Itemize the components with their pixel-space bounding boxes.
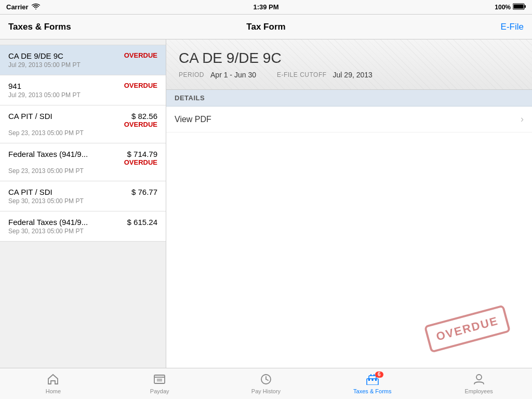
- list-item[interactable]: Federal Taxes (941/9... $ 615.24 Sep 30,…: [0, 211, 166, 242]
- details-label: DETAILS: [175, 94, 205, 102]
- tab-pay-history[interactable]: Pay History: [213, 368, 320, 399]
- overdue-badge: OVERDUE: [124, 51, 157, 59]
- efile-cutoff-item: E-FILE CUTOFF Jul 29, 2013: [277, 71, 373, 79]
- tab-employees[interactable]: Employees: [425, 368, 532, 399]
- status-left: Carrier: [6, 3, 40, 11]
- svg-rect-12: [371, 379, 373, 381]
- status-right: 100%: [495, 3, 526, 11]
- view-pdf-row[interactable]: View PDF ›: [166, 107, 532, 132]
- left-panel: CA DE 9/DE 9C OVERDUE Jul 29, 2013 05:00…: [0, 39, 166, 368]
- overdue-badge: OVERDUE: [124, 121, 157, 128]
- item-title: Federal Taxes (941/9...: [8, 150, 88, 158]
- efile-button[interactable]: E-File: [501, 22, 524, 32]
- nav-left-title: Taxes & Forms: [8, 22, 71, 32]
- form-meta: PERIOD Apr 1 - Jun 30 E-FILE CUTOFF Jul …: [179, 71, 520, 79]
- form-title: CA DE 9/DE 9C: [179, 50, 520, 66]
- item-date: Sep 30, 2013 05:00 PM PT: [8, 228, 157, 235]
- svg-point-16: [476, 375, 482, 380]
- overdue-badge: OVERDUE: [124, 158, 157, 166]
- period-value: Apr 1 - Jun 30: [210, 71, 256, 79]
- item-date: Jul 29, 2013 05:00 PM PT: [8, 91, 157, 99]
- carrier-label: Carrier: [6, 3, 29, 11]
- list-item[interactable]: 941 OVERDUE Jul 29, 2013 05:00 PM PT: [0, 75, 166, 105]
- tab-payday[interactable]: Payday: [107, 368, 213, 399]
- item-date: Sep 23, 2013 05:00 PM PT: [8, 167, 157, 175]
- efile-cutoff-value: Jul 29, 2013: [333, 71, 373, 79]
- list-item[interactable]: CA PIT / SDI $ 76.77 Sep 30, 2013 05:00 …: [0, 181, 166, 211]
- item-date: Sep 30, 2013 05:00 PM PT: [8, 197, 157, 205]
- wifi-icon: [32, 3, 40, 11]
- home-icon: [47, 374, 59, 387]
- svg-rect-11: [368, 379, 370, 381]
- item-title: Federal Taxes (941/9...: [8, 218, 88, 227]
- item-title: CA DE 9/DE 9C: [8, 51, 63, 60]
- tab-home[interactable]: Home: [0, 368, 107, 399]
- item-amount: $ 615.24: [127, 218, 157, 227]
- view-pdf-label: View PDF: [175, 115, 211, 124]
- overdue-stamp: OVERDUE: [433, 305, 501, 352]
- svg-rect-2: [514, 4, 524, 8]
- svg-rect-1: [525, 5, 526, 8]
- item-title: CA PIT / SDI: [8, 112, 52, 121]
- employees-icon: [473, 374, 485, 387]
- tab-payday-label: Payday: [150, 388, 169, 394]
- list-item[interactable]: CA DE 9/DE 9C OVERDUE Jul 29, 2013 05:00…: [0, 45, 166, 75]
- item-amount: $ 714.79: [124, 150, 157, 158]
- tab-pay-history-label: Pay History: [251, 388, 281, 394]
- item-date: Sep 23, 2013 05:00 PM PT: [8, 129, 157, 137]
- tab-bar: Home Payday Pay History: [0, 368, 532, 399]
- battery-label: 100%: [495, 4, 511, 11]
- form-body: OVERDUE: [166, 132, 532, 368]
- efile-cutoff-label: E-FILE CUTOFF: [277, 71, 327, 78]
- nav-center-title: Tax Form: [246, 22, 285, 32]
- tab-taxes-forms-label: Taxes & Forms: [353, 388, 391, 394]
- status-time: 1:39 PM: [253, 3, 278, 11]
- svg-line-9: [266, 379, 268, 380]
- nav-bar: Taxes & Forms Tax Form E-File: [0, 15, 532, 39]
- form-header: CA DE 9/DE 9C PERIOD Apr 1 - Jun 30 E-FI…: [166, 39, 532, 90]
- tab-taxes-forms[interactable]: 6 Taxes & Forms: [319, 368, 425, 399]
- list-item[interactable]: CA PIT / SDI $ 82.56 OVERDUE Sep 23, 201…: [0, 105, 166, 143]
- main-content: CA DE 9/DE 9C OVERDUE Jul 29, 2013 05:00…: [0, 39, 532, 368]
- item-title: CA PIT / SDI: [8, 188, 52, 196]
- stamp-circle: OVERDUE: [423, 304, 510, 353]
- status-bar: Carrier 1:39 PM 100%: [0, 0, 532, 15]
- tab-employees-label: Employees: [464, 388, 493, 394]
- stamp-text: OVERDUE: [434, 314, 499, 343]
- item-amount: $ 82.56: [124, 112, 157, 121]
- taxes-forms-badge: 6: [375, 371, 383, 378]
- list-item[interactable]: Federal Taxes (941/9... $ 714.79 OVERDUE…: [0, 143, 166, 181]
- pay-history-icon: [260, 374, 272, 387]
- right-panel: CA DE 9/DE 9C PERIOD Apr 1 - Jun 30 E-FI…: [166, 39, 532, 368]
- taxes-forms-icon: 6: [366, 374, 379, 387]
- item-date: Jul 29, 2013 05:00 PM PT: [8, 61, 157, 69]
- overdue-badge: OVERDUE: [124, 82, 157, 89]
- item-amount: $ 76.77: [131, 188, 157, 196]
- period-label: PERIOD: [179, 71, 204, 78]
- chevron-right-icon: ›: [521, 114, 524, 125]
- payday-icon: [153, 374, 166, 387]
- svg-rect-13: [375, 379, 377, 381]
- battery-icon: [513, 3, 526, 11]
- tab-home-label: Home: [46, 388, 61, 394]
- period-item: PERIOD Apr 1 - Jun 30: [179, 71, 256, 79]
- details-section-header: DETAILS: [166, 90, 532, 107]
- item-title: 941: [8, 82, 21, 90]
